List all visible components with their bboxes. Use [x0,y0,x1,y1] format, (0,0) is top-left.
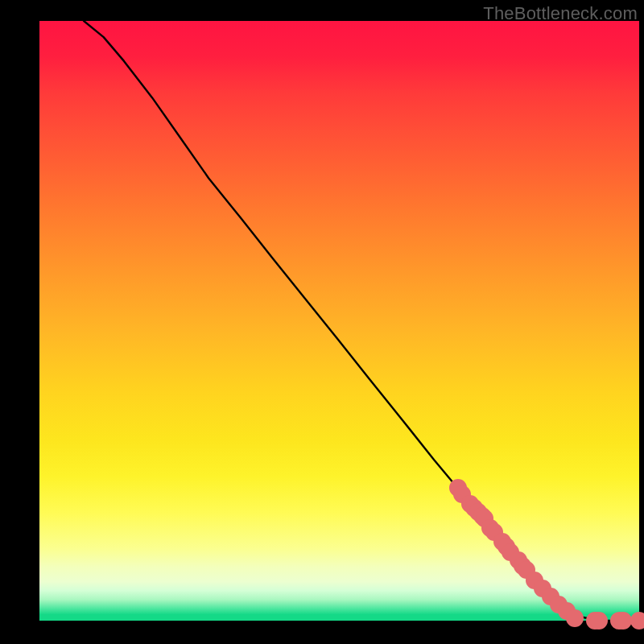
data-point-dot [614,612,632,630]
curve-svg [39,21,639,621]
watermark-text: TheBottleneck.com [483,3,638,24]
plot-area [39,21,639,621]
data-point-dot [590,612,608,630]
curve-path [84,21,639,621]
chart-frame: TheBottleneck.com [0,0,644,644]
data-point-dot [630,612,644,630]
data-point-dot [566,609,584,627]
